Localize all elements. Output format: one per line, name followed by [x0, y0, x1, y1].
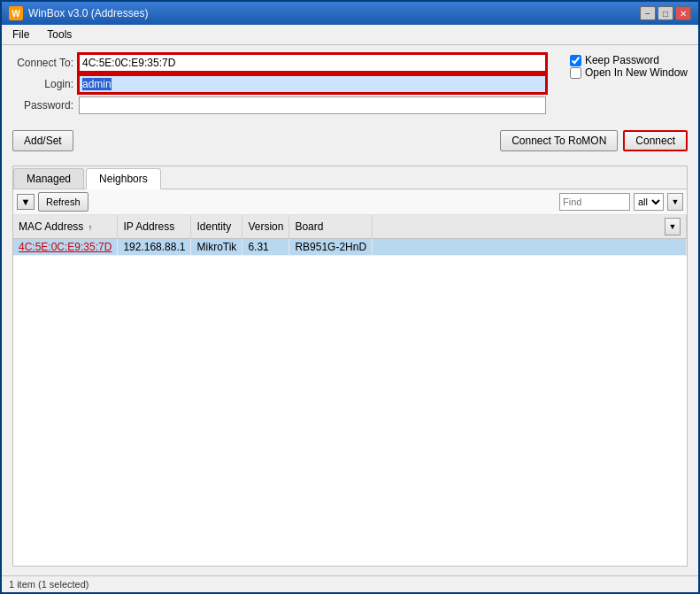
- table-area: MAC Address ↑ IP Address Identity Versio…: [13, 215, 687, 566]
- sort-arrow-mac: ↑: [88, 223, 93, 232]
- form-area: Connect To: Login: Password: Keep Passwo…: [12, 54, 688, 118]
- neighbors-table: MAC Address ↑ IP Address Identity Versio…: [13, 215, 687, 256]
- col-version: Version: [242, 215, 289, 239]
- button-row-left: Add/Set: [12, 130, 73, 151]
- login-row: Login:: [12, 75, 546, 93]
- find-dropdown-button[interactable]: ▼: [667, 193, 683, 211]
- open-new-window-checkbox[interactable]: [570, 67, 581, 79]
- title-bar-buttons: − □ ✕: [640, 6, 691, 20]
- window-title: WinBox v3.0 (Addresses): [28, 7, 148, 19]
- cell-extra: [373, 239, 687, 256]
- menu-file[interactable]: File: [5, 27, 36, 42]
- refresh-button[interactable]: Refresh: [38, 192, 88, 212]
- checkboxes-area: Keep Password Open In New Window: [570, 54, 688, 79]
- minimize-button[interactable]: −: [640, 6, 656, 20]
- col-mac: MAC Address ↑: [13, 215, 118, 239]
- password-input[interactable]: [79, 96, 546, 114]
- col-dropdown-button[interactable]: ▼: [665, 218, 681, 235]
- table-row[interactable]: 4C:5E:0C:E9:35:7D 192.168.88.1 MikroTik …: [13, 239, 687, 256]
- cell-board: RB951G-2HnD: [289, 239, 373, 256]
- add-set-button[interactable]: Add/Set: [12, 130, 73, 151]
- separator: [12, 155, 688, 162]
- login-label: Login:: [12, 78, 79, 90]
- find-select[interactable]: all: [634, 193, 664, 211]
- status-bar: 1 item (1 selected): [2, 575, 698, 592]
- menu-tools[interactable]: Tools: [40, 27, 79, 42]
- table-header-row: MAC Address ↑ IP Address Identity Versio…: [13, 215, 687, 239]
- menu-bar: File Tools: [2, 25, 698, 45]
- col-identity: Identity: [191, 215, 242, 239]
- tab-section: Managed Neighbors ▼ Refresh all ▼: [12, 166, 688, 567]
- tabs-header: Managed Neighbors: [13, 166, 687, 189]
- keep-password-label: Keep Password: [585, 54, 659, 66]
- maximize-button[interactable]: □: [658, 6, 673, 20]
- connect-to-label: Connect To:: [12, 57, 79, 69]
- password-label: Password:: [12, 99, 79, 112]
- open-new-window-label: Open In New Window: [585, 66, 688, 79]
- col-board: Board: [289, 215, 373, 239]
- connect-button[interactable]: Connect: [623, 130, 688, 151]
- main-window: W WinBox v3.0 (Addresses) − □ ✕ File Too…: [0, 0, 700, 594]
- keep-password-checkbox[interactable]: [570, 55, 581, 66]
- cell-version: 6.31: [242, 239, 289, 256]
- app-icon: W: [9, 6, 23, 20]
- col-ip: IP Address: [118, 215, 191, 239]
- connect-to-romon-button[interactable]: Connect To RoMON: [500, 130, 618, 151]
- login-input[interactable]: [79, 75, 546, 93]
- title-bar: W WinBox v3.0 (Addresses) − □ ✕: [2, 2, 698, 25]
- filter-icon[interactable]: ▼: [17, 194, 35, 210]
- button-row: Add/Set Connect To RoMON Connect: [12, 130, 688, 151]
- find-input[interactable]: [559, 193, 630, 211]
- cell-mac[interactable]: 4C:5E:0C:E9:35:7D: [13, 239, 118, 256]
- main-content: Connect To: Login: Password: Keep Passwo…: [2, 45, 698, 575]
- button-row-right: Connect To RoMON Connect: [500, 130, 688, 151]
- cell-identity: MikroTik: [191, 239, 242, 256]
- tab-neighbors[interactable]: Neighbors: [86, 168, 161, 189]
- password-row: Password:: [12, 96, 546, 114]
- connect-to-row: Connect To:: [12, 54, 546, 72]
- open-new-window-row: Open In New Window: [570, 66, 688, 79]
- title-bar-left: W WinBox v3.0 (Addresses): [9, 6, 148, 20]
- keep-password-row: Keep Password: [570, 54, 688, 66]
- tab-managed[interactable]: Managed: [13, 168, 84, 189]
- cell-ip: 192.168.88.1: [118, 239, 191, 256]
- close-button[interactable]: ✕: [675, 6, 691, 20]
- col-extra: ▼: [373, 215, 687, 239]
- toolbar: ▼ Refresh all ▼: [13, 189, 687, 215]
- connect-to-input[interactable]: [79, 54, 546, 72]
